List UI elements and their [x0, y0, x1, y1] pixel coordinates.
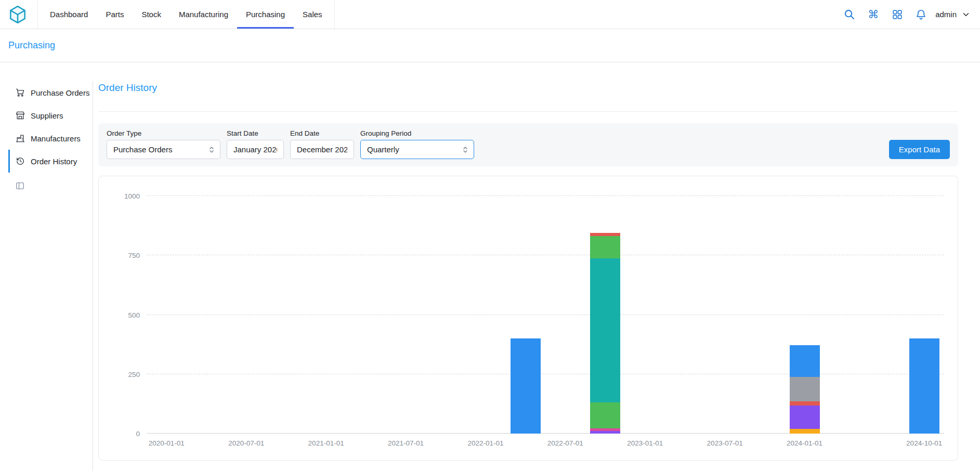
x-axis-tick-label: 2022-01-01: [467, 439, 503, 447]
end-date-field: End Date: [290, 129, 354, 159]
tab-parts[interactable]: Parts: [97, 0, 133, 29]
bar-segment: [511, 338, 541, 434]
tab-stock[interactable]: Stock: [133, 0, 170, 29]
history-icon: [15, 156, 25, 166]
sidebar-item-label: Purchase Orders: [31, 88, 89, 97]
bar-segment: [790, 401, 820, 405]
filter-bar: Order Type Purchase Orders Start Date En…: [98, 123, 958, 166]
bar-segment: [790, 345, 820, 377]
page-title: Order History: [98, 82, 958, 94]
sidebar-item-suppliers[interactable]: Suppliers: [8, 104, 93, 127]
y-axis-tick-label: 500: [128, 311, 140, 319]
tab-manufacturing[interactable]: Manufacturing: [170, 0, 237, 29]
breadcrumb: Purchasing: [0, 29, 980, 62]
y-axis-tick-label: 0: [136, 430, 140, 438]
grouping-period-value: Quarterly: [367, 145, 399, 154]
grouping-period-select[interactable]: Quarterly: [360, 140, 474, 159]
building-factory-icon: [15, 133, 25, 143]
order-type-label: Order Type: [107, 129, 220, 137]
order-type-select[interactable]: Purchase Orders: [107, 140, 220, 159]
gridline: [147, 374, 944, 374]
sidebar-item-purchase-orders[interactable]: Purchase Orders: [8, 81, 93, 104]
sidebar-item-manufacturers[interactable]: Manufacturers: [8, 127, 93, 150]
stacked-bar-2024-10-01: [909, 196, 939, 434]
order-type-field: Order Type Purchase Orders: [107, 129, 220, 159]
bar-segment: [590, 431, 620, 434]
page-content: Purchase Orders Suppliers Manufacturers: [0, 62, 980, 471]
order-type-value: Purchase Orders: [113, 145, 172, 154]
y-axis-tick-label: 750: [128, 252, 140, 259]
bar-segment: [790, 377, 820, 402]
chart-plot: 025050075010002020-01-012020-07-012021-0…: [147, 196, 944, 434]
start-date-input[interactable]: [227, 140, 284, 159]
user-menu[interactable]: admin: [935, 10, 971, 19]
chevron-updown-icon: [461, 145, 470, 154]
bell-icon[interactable]: [915, 8, 927, 20]
bar-segment: [790, 405, 820, 429]
command-glyph: ⌘: [868, 9, 879, 20]
chevron-down-icon: [961, 10, 971, 19]
tab-sales[interactable]: Sales: [294, 0, 331, 29]
tab-dashboard[interactable]: Dashboard: [41, 0, 97, 29]
command-icon[interactable]: ⌘: [867, 8, 879, 20]
stacked-bar-2024-01-01: [790, 196, 820, 434]
x-axis-tick-label: 2023-01-01: [627, 439, 663, 447]
sidebar-item-order-history[interactable]: Order History: [8, 150, 93, 173]
gridline: [147, 433, 944, 434]
main-panel: Order History Order Type Purchase Orders…: [98, 81, 958, 471]
inventree-logo-icon[interactable]: [8, 5, 27, 24]
gridline: [147, 195, 944, 196]
end-date-input[interactable]: [290, 140, 354, 159]
y-axis-tick-label: 1000: [124, 192, 140, 200]
bar-segment: [790, 429, 820, 434]
sidebar-collapse-icon[interactable]: [15, 181, 25, 191]
export-data-button[interactable]: Export Data: [889, 140, 950, 159]
x-axis-tick-label: 2020-01-01: [149, 439, 185, 447]
start-date-field: Start Date: [227, 129, 284, 159]
sidebar-item-label: Suppliers: [31, 111, 63, 120]
divider: [98, 111, 958, 112]
stacked-bar-2022-04-01: [511, 196, 541, 434]
main-nav-tabs: Dashboard Parts Stock Manufacturing Purc…: [37, 0, 335, 29]
grouping-period-field: Grouping Period Quarterly: [360, 129, 474, 159]
qr-code-icon[interactable]: [891, 8, 903, 20]
chevron-updown-icon: [207, 145, 216, 154]
x-axis-tick-label: 2021-07-01: [388, 439, 424, 447]
tab-purchasing[interactable]: Purchasing: [237, 0, 294, 29]
x-axis-tick-label: 2021-01-01: [308, 439, 344, 447]
breadcrumb-purchasing[interactable]: Purchasing: [8, 40, 55, 51]
start-date-label: Start Date: [227, 129, 284, 137]
x-axis-tick-label: 2023-07-01: [707, 439, 743, 447]
end-date-label: End Date: [290, 129, 354, 137]
grouping-period-label: Grouping Period: [360, 129, 474, 137]
gridline: [147, 315, 944, 315]
stacked-bar-2022-10-01: [590, 196, 620, 434]
user-name: admin: [935, 10, 957, 19]
shopping-cart-icon: [15, 87, 25, 98]
x-axis-tick-label: 2024-10-01: [906, 439, 942, 447]
search-icon[interactable]: [843, 8, 855, 20]
sidebar-item-label: Order History: [31, 157, 77, 166]
x-axis-tick-label: 2024-01-01: [787, 439, 822, 447]
navbar-action-icons: ⌘: [843, 8, 927, 20]
bar-segment: [909, 338, 939, 434]
x-axis-tick-label: 2020-07-01: [228, 439, 264, 447]
sidebar-item-label: Manufacturers: [31, 134, 81, 143]
gridline: [147, 255, 944, 255]
building-store-icon: [15, 110, 25, 121]
order-history-chart-card: 025050075010002020-01-012020-07-012021-0…: [98, 176, 958, 461]
top-navbar: Dashboard Parts Stock Manufacturing Purc…: [0, 0, 980, 29]
sidebar: Purchase Orders Suppliers Manufacturers: [8, 81, 93, 471]
y-axis-tick-label: 250: [128, 370, 140, 378]
bar-segment: [590, 236, 620, 258]
x-axis-tick-label: 2022-07-01: [547, 439, 583, 447]
bar-segment: [590, 402, 620, 428]
bar-segment: [590, 258, 620, 402]
